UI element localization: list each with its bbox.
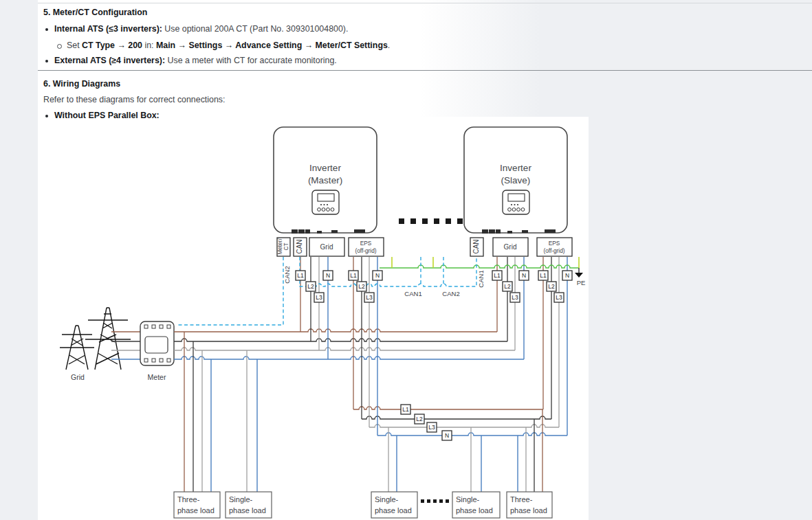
can-stubs-dashed [421,257,443,284]
tag-n: N [442,431,452,440]
svg-text:N: N [565,272,569,279]
port-eps-label1: EPS [360,240,372,247]
ground-arrow-icon [575,273,583,278]
pe-label: PE [577,279,586,286]
svg-text:phase load: phase load [177,506,215,515]
load-single-phase: Single- phase load [452,492,500,518]
inverter-master-label-line1: Inverter [309,163,341,173]
load-three-phase: Three- phase load [174,492,220,518]
svg-text:L3: L3 [428,424,435,431]
tag-n: N [323,271,333,280]
svg-text:Three-: Three- [177,495,200,504]
bus-l3-main [174,348,515,350]
tag-n: N [519,271,529,280]
wire-tags: L1 N L2 L3 L1 N L2 L3 L1 N L2 L3 L1 N L2… [296,271,572,440]
tag-l3: L3 [554,293,564,302]
bus-l3-eps [369,425,559,427]
tag-l1: L1 [296,271,305,280]
can2-label: CAN2 [442,290,459,297]
bus-n-eps [377,433,567,436]
inverter-slave-label-line2: (Slave) [501,175,531,185]
tag-l1: L1 [538,271,548,280]
bus-l2-main [174,339,507,341]
svg-text:phase load: phase load [456,506,493,515]
tag-l1: L1 [492,271,502,280]
svg-text:L2: L2 [358,283,365,290]
tag-l2: L2 [306,282,316,291]
loads: Three- phase load Single- phase load Sin… [174,492,552,518]
more-inverters-ellipsis [399,218,463,224]
svg-text:N: N [326,272,330,279]
bus-l1-eps [353,407,543,409]
tag-l3: L3 [427,422,437,432]
tag-n: N [562,271,572,280]
load-single-phase: Single- phase load [371,492,417,518]
inverter-slave-label-line1: Inverter [500,163,531,173]
pe-ground: PE [575,268,585,286]
wires-l3-vertical [202,257,559,492]
port-can-label: CAN [472,239,480,253]
tag-l3: L3 [510,293,520,302]
svg-text:N: N [522,272,526,279]
svg-text:L1: L1 [540,272,547,279]
tag-l1: L1 [401,405,410,414]
svg-text:Single-: Single- [375,495,399,504]
wires-l1-vertical [184,257,543,492]
svg-text:N: N [445,432,449,439]
svg-text:Single-: Single- [229,495,253,504]
tag-n: N [373,271,382,280]
meter: Meter [140,321,174,381]
meter-caption: Meter [148,373,166,381]
svg-text:Three-: Three- [510,495,533,504]
bus-n-main [174,357,524,359]
load-single-phase: Single- phase load [226,492,272,518]
tag-l1: L1 [349,271,358,280]
port-eps-label2: (off-grid) [543,247,564,254]
ports-slave: CAN Grid EPS (off-grid) [470,238,572,256]
can1-vertical-label: CAN1 [477,270,485,287]
load-three-phase: Three- phase load [507,492,552,518]
bus-l1-main [174,329,497,332]
wires-n-vertical [211,257,567,492]
port-eps-label2: (off-grid) [355,247,376,254]
port-eps-label1: EPS [549,240,560,247]
can2-vertical-label: CAN2 [283,266,291,283]
svg-text:L1: L1 [297,272,304,279]
bus-l2-eps [362,416,551,419]
tag-l2: L2 [547,282,556,291]
svg-text:L3: L3 [316,294,322,301]
can1-label: CAN1 [404,290,421,297]
tag-l3: L3 [364,293,374,302]
inverter-display [503,190,529,214]
inverter-display [312,190,339,214]
svg-text:L3: L3 [366,294,373,301]
page: { "doc": { "section5": { "heading": "5. … [0,0,812,520]
bus-pe [380,265,579,268]
tag-l2: L2 [415,414,424,424]
grid-towers-icon [60,308,131,370]
svg-text:L2: L2 [307,283,314,290]
port-can-label: CAN [296,239,303,253]
wiring-diagram: Inverter (Master) Inverter (Slave) [0,0,812,520]
svg-text:phase load: phase load [375,506,412,515]
inverter-master-label-line2: (Master) [308,175,342,185]
svg-text:L1: L1 [494,272,501,279]
svg-text:L2: L2 [504,283,511,290]
port-grid-label: Grid [320,243,333,251]
svg-text:L2: L2 [416,416,423,422]
tag-l2: L2 [503,282,512,291]
svg-text:phase load: phase load [229,506,266,515]
ports-master: Meter/ CT CAN Grid EPS (off-grid) [276,238,384,256]
svg-text:L1: L1 [402,406,409,413]
svg-text:L3: L3 [556,294,562,301]
svg-text:L1: L1 [350,272,357,279]
can2-to-meter-dashed [176,257,283,325]
svg-text:L3: L3 [512,294,518,301]
tag-l3: L3 [314,293,324,302]
inverter-master: Inverter (Master) [274,127,377,234]
svg-text:L2: L2 [548,283,555,290]
port-meter-ct-label2: CT [283,242,289,250]
port-grid-label: Grid [504,243,517,251]
meter-screen [145,337,168,353]
grid-caption: Grid [71,373,85,381]
